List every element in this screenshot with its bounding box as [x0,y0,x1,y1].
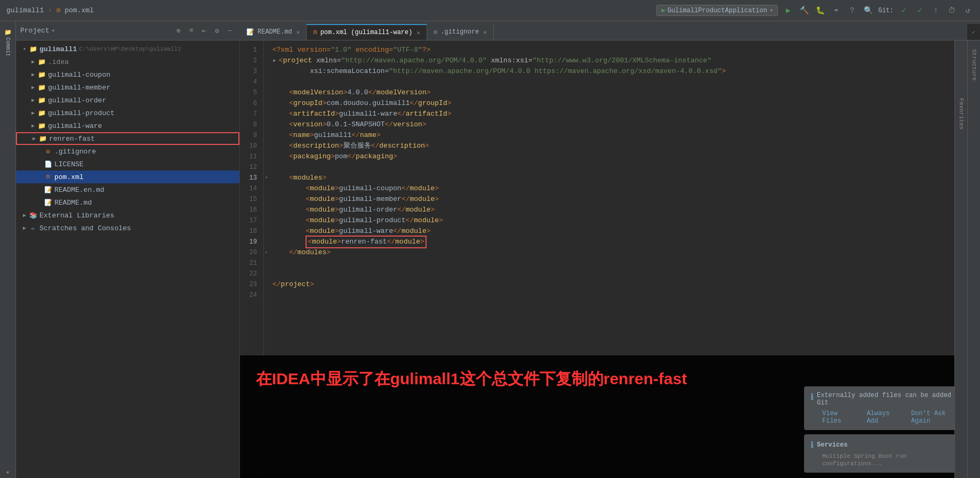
root-name: gulimall1 [39,45,77,53]
debug-button[interactable]: 🐛 [814,5,826,17]
panel-dropdown-icon[interactable]: ▾ [52,27,55,34]
tab-git-icon: ⚙ [433,28,437,36]
sidebar-icon-commit[interactable]: Commit [2,40,14,53]
code-line-8: <version>0.0.1-SNAPSHOT</version> [272,119,973,130]
code-line-3: xsi:schemaLocation="http://maven.apache.… [272,66,973,77]
sidebar-icon-fav[interactable]: ★ [2,465,14,478]
search-button[interactable]: 🔍 [862,5,874,17]
title-sep1: › [48,6,52,14]
tab-pom-close[interactable]: ✕ [416,29,420,36]
git-history[interactable]: ⏱ [946,5,958,17]
code-line-4 [272,77,973,87]
tree-item-gitignore[interactable]: ▶ ⚙ .gitignore [16,145,239,158]
services-body: Multiple Spring Boot run configurations.… [822,452,968,467]
code-line-24 [272,290,973,301]
tab-readme[interactable]: 📝 README.md ✕ [240,24,307,40]
run-config[interactable]: ▶ GulimallProductApplication ▾ [656,5,778,16]
structure-label[interactable]: Structure [969,45,979,85]
extlibs-label: External Libraries [39,212,114,220]
favorites-label[interactable]: Favorites [956,94,967,134]
code-line-23: </project> [272,279,973,290]
scratches-label: Scratches and Consoles [39,224,131,232]
structure-panel: Structure [967,40,980,478]
code-line-19: <module>renren-fast</module> [272,237,973,247]
renren-label: renren-fast [49,135,95,143]
bottom-annotation-text: 在IDEA中显示了在gulimall1这个总文件下复制的renren-fast [256,370,687,387]
tab-readme-icon: 📝 [246,28,254,36]
idea-label: .idea [48,58,69,66]
tree-item-readme-en[interactable]: ▶ 📝 README.en.md [16,183,239,196]
tab-gitignore[interactable]: ⚙ .gitignore ✕ [427,24,494,40]
settings-btn[interactable]: ⚙ [212,26,222,36]
collapse-all-btn[interactable]: ⇤ [199,26,210,36]
services-header: ℹ Services [810,440,968,450]
main-layout: 📁 Commit ★ Project ▾ ⊕ ≡ ⇤ ⚙ — ▾ 📁 gulim… [0,21,980,478]
scratches-icon: ✏ [29,224,37,232]
notification-links: View Files Always Add Don't Ask Again [822,410,968,425]
git-check2[interactable]: ✓ [914,5,926,17]
code-line-6: <groupId>com.doudou.gulimall1</groupId> [272,98,973,109]
project-name: gulimall1 [6,6,44,14]
idea-folder-icon: 📁 [37,58,46,66]
tree-item-ware[interactable]: ▶ 📁 gulimall-ware [16,119,239,132]
git-push[interactable]: ↑ [930,5,942,17]
code-line-12 [272,162,973,173]
license-label: LICENSE [54,160,84,168]
scroll-from-source-btn[interactable]: ≡ [186,26,197,36]
run-button[interactable]: ▶ [782,5,794,17]
title-bar: gulimall1 › m pom.xml ▶ GulimallProductA… [0,0,980,21]
tree-item-renren[interactable]: ▶ 📁 renren-fast [16,132,239,145]
notif-link-always[interactable]: Always Add [866,410,904,425]
extlibs-icon: 📚 [29,211,37,220]
tree-item-license[interactable]: ▶ 📄 LICENSE [16,158,239,171]
tree-item-coupon[interactable]: ▶ 📁 gulimall-coupon [16,68,239,81]
tab-readme-close[interactable]: ✕ [296,29,300,36]
root-folder-icon: 📁 [29,45,37,53]
tree-item-order[interactable]: ▶ 📁 gulimall-order [16,94,239,107]
project-panel: Project ▾ ⊕ ≡ ⇤ ⚙ — ▾ 📁 gulimall1 C:\Use… [16,21,240,478]
tree-item-idea[interactable]: ▶ 📁 .idea [16,55,239,68]
tree-item-scratches[interactable]: ▶ ✏ Scratches and Consoles [16,222,239,234]
code-line-22 [272,269,973,279]
services-title: Services [817,441,848,449]
close-panel-btn[interactable]: — [224,26,235,36]
pom-label: pom.xml [54,173,84,181]
member-label: gulimall-member [48,84,110,92]
readme-label: README.md [54,199,92,207]
notification-text: Externally added files can be added to G… [817,392,968,407]
tree-item-readme[interactable]: ▶ 📝 README.md [16,196,239,209]
tree-item-extlibs[interactable]: ▶ 📚 External Libraries [16,209,239,222]
tree-container: ▾ 📁 gulimall1 C:\Users\HP\Desktop\gulima… [16,40,239,478]
tab-pom-icon: m [313,29,317,36]
tree-item-pom[interactable]: ▶ m pom.xml [16,171,239,183]
code-line-1: <?xml version="1.0" encoding="UTF-8"?> [272,45,973,55]
editor-indicator: ✓ [967,24,980,40]
tree-root[interactable]: ▾ 📁 gulimall1 C:\Users\HP\Desktop\gulima… [16,43,239,55]
add-module-btn[interactable]: ⊕ [173,26,184,36]
tab-git-label: .gitignore [440,28,479,36]
code-line-9: <name>gulimall1</name> [272,130,973,141]
sidebar-icon-project[interactable]: 📁 [2,26,14,38]
help-button[interactable]: ? [846,5,858,17]
order-folder-icon: 📁 [37,96,46,104]
tree-item-product[interactable]: ▶ 📁 gulimall-product [16,107,239,119]
git-check1[interactable]: ✓ [898,5,910,17]
tab-readme-label: README.md [258,28,292,36]
services-panel: ℹ Services Multiple Spring Boot run conf… [804,434,975,473]
code-line-10: <description>聚合服务</description> [272,141,973,151]
git-label: Git: [878,7,894,14]
tab-pom-label: pom.xml (gulimall1-ware) [320,29,413,36]
tab-git-close[interactable]: ✕ [483,29,487,36]
build-button[interactable]: 🔨 [798,5,810,17]
readme-icon: 📝 [44,198,52,207]
undo-button[interactable]: ↺ [962,5,974,17]
code-line-11: <packaging>pom</packaging> [272,151,973,162]
tab-pom[interactable]: m pom.xml (gulimall1-ware) ✕ [307,24,427,40]
readme-en-icon: 📝 [44,185,52,194]
code-line-14: <module>gulimall-coupon</module> [272,183,973,194]
panel-header: Project ▾ ⊕ ≡ ⇤ ⚙ — [16,21,239,40]
coverage-button[interactable]: ☂ [830,5,842,17]
notif-link-view[interactable]: View Files [822,410,860,425]
tree-item-member[interactable]: ▶ 📁 gulimall-member [16,81,239,94]
panel-title: Project ▾ [20,27,55,35]
